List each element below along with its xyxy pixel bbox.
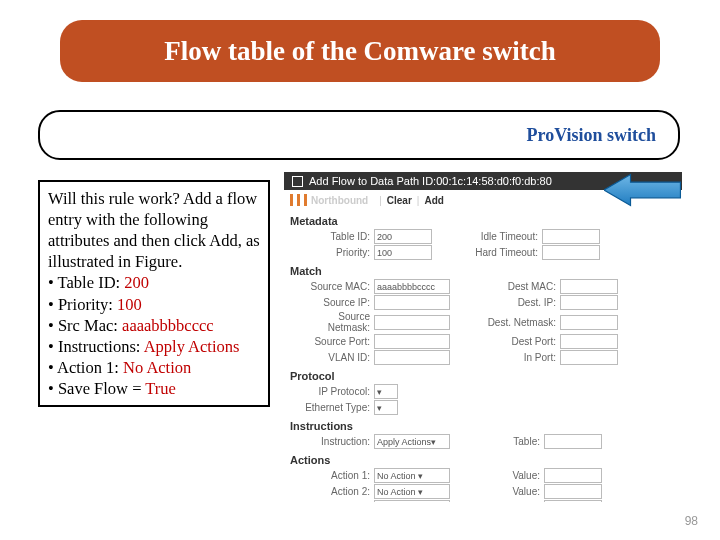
add-button[interactable]: Add	[424, 195, 443, 206]
eth-type-label: Ethernet Type:	[294, 402, 370, 413]
instructions-box: Will this rule work? Add a flow entry wi…	[38, 180, 270, 407]
match-label: Dest MAC:	[480, 281, 556, 292]
instruction-select[interactable]: Apply Actions ▾	[374, 434, 450, 449]
match-input[interactable]	[560, 279, 618, 294]
match-label: Dest. Netmask:	[480, 317, 556, 328]
match-label: Dest Port:	[480, 336, 556, 347]
priority-label: Priority:	[294, 247, 370, 258]
instr-item-instructions: Instructions: Apply Actions	[48, 336, 260, 357]
priority-input[interactable]: 100	[374, 245, 432, 260]
match-label: Source Port:	[294, 336, 370, 347]
instr-item-table-id: Table ID: 200	[48, 272, 260, 293]
pointer-arrow-icon	[604, 172, 682, 208]
match-input[interactable]	[374, 350, 450, 365]
hard-timeout-label: Hard Timeout:	[462, 247, 538, 258]
instr-item-save-flow: Save Flow = True	[48, 378, 260, 399]
section-actions-title: Actions	[290, 454, 682, 466]
sub-banner: ProVision switch	[38, 110, 680, 160]
expand-icon[interactable]	[292, 176, 303, 187]
page-number: 98	[685, 514, 698, 528]
ip-protocol-label: IP Protocol:	[294, 386, 370, 397]
action-select[interactable]: No Action ▾	[374, 468, 450, 483]
match-input[interactable]	[374, 315, 450, 330]
match-input[interactable]	[374, 295, 450, 310]
action-select[interactable]: No Action ▾	[374, 484, 450, 499]
brand-logo: Northbound	[311, 195, 368, 206]
svg-marker-0	[604, 174, 680, 205]
table-id-input[interactable]: 200	[374, 229, 432, 244]
instr-item-action1: Action 1: No Action	[48, 357, 260, 378]
ip-protocol-select[interactable]: ▾	[374, 384, 398, 399]
brand-accent-icon	[297, 194, 300, 206]
match-label: In Port:	[480, 352, 556, 363]
instr-table-label: Table:	[480, 436, 540, 447]
brand-accent-icon	[304, 194, 307, 206]
eth-type-select[interactable]: ▾	[374, 400, 398, 415]
section-protocol-title: Protocol	[290, 370, 682, 382]
match-label: Dest. IP:	[480, 297, 556, 308]
action-value-label: Value:	[480, 486, 540, 497]
action-value-input[interactable]	[544, 500, 602, 502]
idle-timeout-label: Idle Timeout:	[462, 231, 538, 242]
instr-table-input[interactable]	[544, 434, 602, 449]
instr-item-priority: Priority: 100	[48, 294, 260, 315]
action-value-label: Value:	[480, 470, 540, 481]
match-label: Source Netmask:	[294, 311, 370, 333]
match-input[interactable]: aaaabbbbcccc	[374, 279, 450, 294]
match-label: Source MAC:	[294, 281, 370, 292]
instr-item-src-mac: Src Mac: aaaabbbbcccc	[48, 315, 260, 336]
instructions-list: Table ID: 200 Priority: 100 Src Mac: aaa…	[48, 272, 260, 399]
title-text: Flow table of the Comware switch	[164, 36, 556, 67]
action-label: Action 1:	[294, 470, 370, 481]
match-input[interactable]	[374, 334, 450, 349]
action-value-input[interactable]	[544, 468, 602, 483]
match-input[interactable]	[560, 350, 618, 365]
action-value-input[interactable]	[544, 484, 602, 499]
match-input[interactable]	[560, 334, 618, 349]
hard-timeout-input[interactable]	[542, 245, 600, 260]
section-metadata-title: Metadata	[290, 215, 682, 227]
brand-accent-icon	[290, 194, 293, 206]
app-screenshot: Add Flow to Data Path ID: 00:1c:14:58:d0…	[284, 172, 682, 502]
match-input[interactable]	[560, 315, 618, 330]
instructions-intro: Will this rule work? Add a flow entry wi…	[48, 188, 260, 272]
section-instructions-title: Instructions	[290, 420, 682, 432]
sub-banner-text: ProVision switch	[526, 125, 656, 146]
section-match-title: Match	[290, 265, 682, 277]
instruction-label: Instruction:	[294, 436, 370, 447]
match-label: VLAN ID:	[294, 352, 370, 363]
title-banner: Flow table of the Comware switch	[60, 20, 660, 82]
match-label: Source IP:	[294, 297, 370, 308]
header-dpid: 00:1c:14:58:d0:f0:db:80	[436, 175, 552, 187]
clear-button[interactable]: Clear	[387, 195, 412, 206]
table-id-label: Table ID:	[294, 231, 370, 242]
action-label: Action 2:	[294, 486, 370, 497]
header-prefix: Add Flow to Data Path ID:	[309, 175, 436, 187]
action-select[interactable]: No Action ▾	[374, 500, 450, 502]
idle-timeout-input[interactable]	[542, 229, 600, 244]
match-input[interactable]	[560, 295, 618, 310]
